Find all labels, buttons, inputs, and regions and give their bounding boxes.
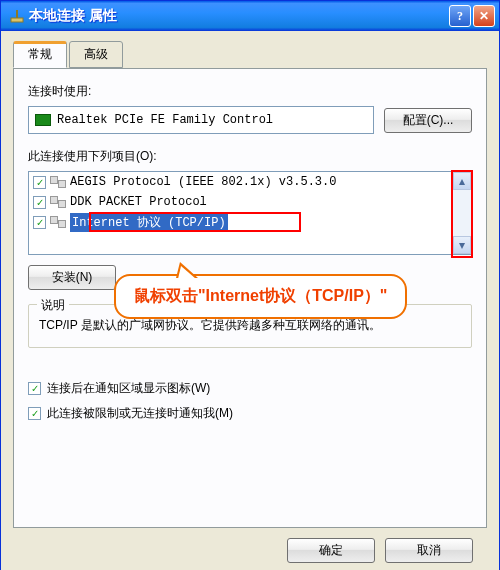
chevron-down-icon: ▾ xyxy=(459,238,465,252)
notify-limited-label: 此连接被限制或无连接时通知我(M) xyxy=(47,405,233,422)
install-button[interactable]: 安装(N) xyxy=(28,265,116,290)
checkbox[interactable]: ✓ xyxy=(33,216,46,229)
svg-rect-0 xyxy=(11,18,23,22)
protocol-icon xyxy=(50,216,66,228)
scroll-up-button[interactable]: ▴ xyxy=(453,172,471,190)
nic-icon xyxy=(35,114,51,126)
tab-general-label: 常规 xyxy=(28,47,52,61)
list-item-label: Internet 协议 (TCP/IP) xyxy=(70,213,228,232)
callout-text: 鼠标双击"Internet协议（TCP/IP）" xyxy=(134,287,387,304)
chevron-up-icon: ▴ xyxy=(459,174,465,188)
check-icon: ✓ xyxy=(36,217,44,228)
help-button[interactable]: ? xyxy=(449,5,471,27)
scrollbar[interactable]: ▴ ▾ xyxy=(453,172,471,254)
tab-advanced-label: 高级 xyxy=(84,47,108,61)
list-item-tcpip[interactable]: ✓ Internet 协议 (TCP/IP) xyxy=(29,212,453,232)
list-item-label: AEGIS Protocol (IEEE 802.1x) v3.5.3.0 xyxy=(70,175,336,189)
adapter-field: Realtek PCIe FE Family Control xyxy=(28,106,374,134)
list-item[interactable]: ✓ DDK PACKET Protocol xyxy=(29,192,453,212)
tab-strip: 常规 高级 xyxy=(13,41,487,69)
checkbox[interactable]: ✓ xyxy=(28,407,41,420)
tab-advanced[interactable]: 高级 xyxy=(69,41,123,68)
cancel-button[interactable]: 取消 xyxy=(385,538,473,563)
protocol-icon xyxy=(50,196,66,208)
help-icon: ? xyxy=(457,9,463,24)
configure-button-label: 配置(C)... xyxy=(403,113,454,127)
close-button[interactable]: ✕ xyxy=(473,5,495,27)
dialog-footer: 确定 取消 xyxy=(13,528,487,570)
check-icon: ✓ xyxy=(36,177,44,188)
protocol-icon xyxy=(50,176,66,188)
dialog-body: 常规 高级 连接时使用: Realtek PCIe FE Family Cont… xyxy=(1,31,499,570)
checkbox[interactable]: ✓ xyxy=(33,196,46,209)
show-icon-label: 连接后在通知区域显示图标(W) xyxy=(47,380,210,397)
connect-using-label: 连接时使用: xyxy=(28,83,472,100)
check-icon: ✓ xyxy=(31,408,39,419)
install-button-label: 安装(N) xyxy=(52,270,93,284)
components-listbox[interactable]: ✓ AEGIS Protocol (IEEE 802.1x) v3.5.3.0 … xyxy=(28,171,472,255)
list-item[interactable]: ✓ AEGIS Protocol (IEEE 802.1x) v3.5.3.0 xyxy=(29,172,453,192)
titlebar[interactable]: 本地连接 属性 ? ✕ xyxy=(1,1,499,31)
checkbox[interactable]: ✓ xyxy=(33,176,46,189)
cancel-button-label: 取消 xyxy=(417,543,441,557)
check-icon: ✓ xyxy=(36,197,44,208)
list-item-label: DDK PACKET Protocol xyxy=(70,195,207,209)
close-icon: ✕ xyxy=(479,9,489,24)
annotation-callout: 鼠标双击"Internet协议（TCP/IP）" xyxy=(114,274,407,319)
connection-icon xyxy=(9,8,25,24)
ok-button-label: 确定 xyxy=(319,543,343,557)
scroll-down-button[interactable]: ▾ xyxy=(453,236,471,254)
properties-dialog: 本地连接 属性 ? ✕ 常规 高级 连接时使用: Realtek PCIe FE… xyxy=(0,0,500,570)
show-icon-checkbox-row[interactable]: ✓ 连接后在通知区域显示图标(W) xyxy=(28,380,472,397)
window-title: 本地连接 属性 xyxy=(29,7,447,25)
notify-limited-checkbox-row[interactable]: ✓ 此连接被限制或无连接时通知我(M) xyxy=(28,405,472,422)
adapter-name: Realtek PCIe FE Family Control xyxy=(57,113,273,127)
check-icon: ✓ xyxy=(31,383,39,394)
tab-general[interactable]: 常规 xyxy=(13,41,67,68)
description-title: 说明 xyxy=(37,297,69,314)
configure-button[interactable]: 配置(C)... xyxy=(384,108,472,133)
checkbox[interactable]: ✓ xyxy=(28,382,41,395)
ok-button[interactable]: 确定 xyxy=(287,538,375,563)
tab-panel: 连接时使用: Realtek PCIe FE Family Control 配置… xyxy=(13,68,487,528)
items-label: 此连接使用下列项目(O): xyxy=(28,148,472,165)
